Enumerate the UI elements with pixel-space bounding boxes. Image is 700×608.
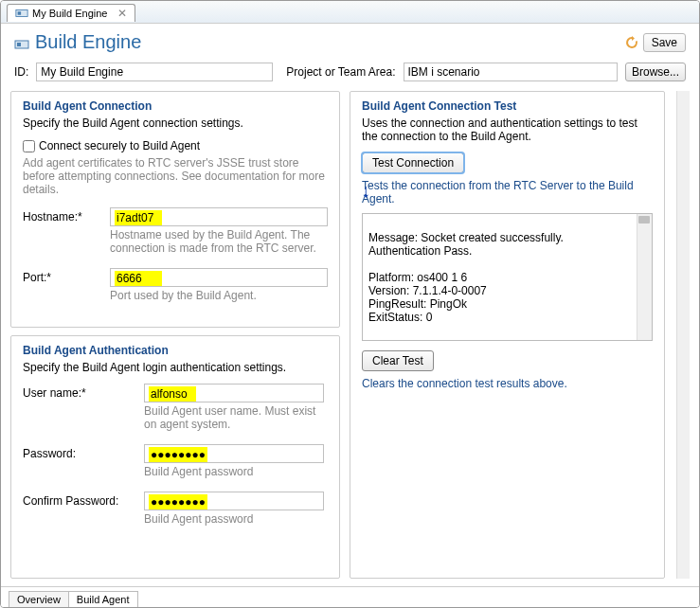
clear-hint: Clears the connection test results above… xyxy=(362,377,653,390)
page-title: Build Engine xyxy=(14,31,624,53)
username-label: User name:* xyxy=(23,384,136,400)
port-label: Port:* xyxy=(23,268,102,284)
svg-rect-3 xyxy=(17,43,21,46)
browse-button[interactable]: Browse... xyxy=(625,63,686,81)
password-value: ●●●●●●●● xyxy=(149,447,207,462)
test-results-text: Message: Socket created successfully. Au… xyxy=(368,231,564,324)
secure-checkbox[interactable] xyxy=(23,140,35,152)
password-hint: Build Agent password xyxy=(144,465,328,478)
editor-tab-bar: My Build Engine ✕ xyxy=(1,1,699,24)
username-input[interactable]: alfonso xyxy=(144,384,324,402)
save-button[interactable]: Save xyxy=(643,33,686,52)
confirm-password-label: Confirm Password: xyxy=(23,492,136,508)
svg-rect-1 xyxy=(18,11,22,15)
area-label: Project or Team Area: xyxy=(286,65,395,79)
secure-label: Connect securely to Build Agent xyxy=(39,139,200,152)
test-title: Build Agent Connection Test xyxy=(362,99,653,113)
header: Build Engine Save xyxy=(1,24,699,57)
editor-tab[interactable]: My Build Engine ✕ xyxy=(7,4,135,22)
confirm-password-hint: Build Agent password xyxy=(144,512,328,526)
id-input[interactable] xyxy=(36,63,273,81)
area-input[interactable] xyxy=(404,63,618,81)
vertical-scrollbar[interactable] xyxy=(676,91,690,579)
engine-icon xyxy=(15,7,28,20)
auth-panel: Build Agent Authentication Specify the B… xyxy=(10,335,340,579)
tab-title: My Build Engine xyxy=(32,8,108,19)
bottom-tab-bar: Overview Build Agent xyxy=(1,586,699,607)
confirm-password-input[interactable]: ●●●●●●●● xyxy=(144,492,324,510)
hostname-hint: Hostname used by the Build Agent. The co… xyxy=(110,228,328,255)
confirm-password-value: ●●●●●●●● xyxy=(149,494,207,510)
scrollbar[interactable] xyxy=(637,214,652,340)
tab-overview[interactable]: Overview xyxy=(9,591,69,607)
test-hint: Tests the connection from the RTC Server… xyxy=(362,179,653,206)
hostname-label: Hostname:* xyxy=(23,207,102,224)
connection-panel: Build Agent Connection Specify the Build… xyxy=(10,91,340,328)
secure-hint: Add agent certificates to RTC server's J… xyxy=(23,156,328,196)
test-panel: Build Agent Connection Test Uses the con… xyxy=(350,91,665,579)
connection-desc: Specify the Build Agent connection setti… xyxy=(23,116,328,130)
connection-title: Build Agent Connection xyxy=(23,99,328,113)
password-input[interactable]: ●●●●●●●● xyxy=(144,444,324,463)
hostname-input[interactable]: i7adt07 xyxy=(110,207,328,226)
test-connection-button[interactable]: Test Connection xyxy=(362,152,464,173)
tab-build-agent[interactable]: Build Agent xyxy=(68,591,138,607)
port-input[interactable]: 6666 xyxy=(110,268,328,287)
auth-desc: Specify the Build Agent login authentica… xyxy=(23,361,328,374)
close-icon[interactable]: ✕ xyxy=(117,7,127,20)
auth-title: Build Agent Authentication xyxy=(23,344,328,357)
username-value: alfonso xyxy=(149,386,196,402)
hostname-value: i7adt07 xyxy=(115,210,162,225)
id-label: ID: xyxy=(14,65,28,79)
password-label: Password: xyxy=(23,444,136,460)
port-hint: Port used by the Build Agent. xyxy=(110,289,328,302)
engine-icon xyxy=(14,35,29,50)
clear-test-button[interactable]: Clear Test xyxy=(362,350,434,371)
test-results[interactable]: Message: Socket created successfully. Au… xyxy=(362,213,653,341)
test-desc: Uses the connection and authentication s… xyxy=(362,116,653,143)
refresh-icon[interactable] xyxy=(624,35,639,50)
id-row: ID: Project or Team Area: Browse... xyxy=(1,57,699,91)
port-value: 6666 xyxy=(115,271,162,286)
username-hint: Build Agent user name. Must exist on age… xyxy=(144,404,328,431)
